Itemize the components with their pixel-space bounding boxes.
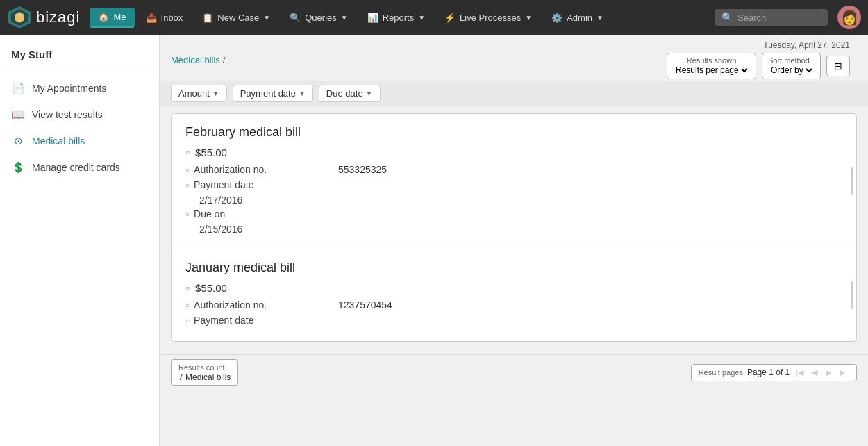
- bill-jan-title: January medical bill: [185, 261, 842, 275]
- nav-item-inbox[interactable]: 📥 Inbox: [137, 8, 192, 27]
- sidebar-item-creditcards[interactable]: 💲 Manage credit cards: [0, 154, 159, 181]
- page-info: Page 1 of 1: [747, 367, 790, 377]
- results-count-value: 7 Medical bills: [178, 372, 231, 382]
- newcase-icon: 📋: [202, 13, 213, 23]
- bill-jan-auth-value: 1237570454: [338, 299, 842, 311]
- sidebar-medicalbills-label: Medical bills: [32, 135, 85, 147]
- appointments-icon: 📄: [11, 82, 25, 94]
- bill-feb-due-value: 2/15/2016: [185, 224, 842, 235]
- admin-icon: ⚙️: [551, 13, 562, 23]
- home-icon: 🏠: [98, 12, 109, 22]
- next-page-button[interactable]: ▶: [824, 367, 833, 378]
- scrollbar-indicator[interactable]: [851, 167, 853, 195]
- avatar-image: 👩: [841, 9, 858, 26]
- search-input[interactable]: [737, 13, 821, 23]
- last-page-button[interactable]: ▶|: [837, 367, 849, 378]
- bill-jan-auth-label: Authorization no.: [185, 299, 338, 311]
- queries-arrow-icon: ▼: [341, 14, 348, 22]
- filter-chip-amount[interactable]: Amount ▼: [171, 85, 227, 102]
- sort-method-label: Sort method: [768, 56, 815, 65]
- inbox-icon: 📥: [146, 13, 157, 23]
- filter-amount-label: Amount: [178, 88, 210, 99]
- filter-chip-duedate[interactable]: Due date ▼: [319, 85, 381, 102]
- bill-feb-auth-label: Authorization no.: [185, 164, 338, 175]
- creditcards-icon: 💲: [11, 161, 25, 174]
- testresults-icon: 📖: [11, 108, 25, 121]
- search-icon: 🔍: [721, 12, 733, 23]
- filters-button[interactable]: ⊟: [826, 56, 850, 76]
- nav-item-me[interactable]: 🏠 Me: [90, 8, 134, 28]
- page-body: My Stuff 📄 My Appointments 📖 View test r…: [0, 35, 868, 446]
- sidebar-item-testresults[interactable]: 📖 View test results: [0, 101, 159, 128]
- newcase-arrow-icon: ▼: [263, 14, 270, 22]
- medicalbills-icon: ⊙: [11, 135, 25, 147]
- nav-admin-label: Admin: [567, 13, 592, 23]
- bill-jan-auth-row: Authorization no. 1237570454: [185, 299, 842, 311]
- sidebar-appointments-label: My Appointments: [32, 83, 106, 94]
- queries-icon: 🔍: [290, 13, 301, 23]
- avatar[interactable]: 👩: [837, 6, 861, 29]
- search-area[interactable]: 🔍: [715, 9, 828, 26]
- nav-queries-label: Queries: [305, 13, 337, 23]
- bill-entry-february: February medical bill $55.00 Authorizati…: [172, 114, 856, 249]
- results-shown-box: Results shown Results per page 10 25 50: [667, 53, 756, 79]
- bill-jan-paydate-row: Payment date: [185, 315, 842, 326]
- sort-order-select[interactable]: Order by Amount Date: [768, 65, 815, 76]
- breadcrumb: Medical bills /: [171, 55, 667, 65]
- breadcrumb-link-medicalbills[interactable]: Medical bills: [171, 55, 220, 65]
- bill-feb-due-row: Due on: [185, 208, 842, 220]
- sidebar-testresults-label: View test results: [32, 109, 103, 120]
- sidebar-creditcards-label: Manage credit cards: [32, 162, 120, 173]
- nav-item-queries[interactable]: 🔍 Queries ▼: [281, 8, 356, 27]
- reports-arrow-icon: ▼: [418, 14, 425, 22]
- results-area: February medical bill $55.00 Authorizati…: [160, 106, 868, 354]
- filter-amount-arrow: ▼: [212, 90, 219, 97]
- bill-entry-january: January medical bill $55.00 Authorizatio…: [172, 249, 856, 341]
- filter-paymentdate-label: Payment date: [240, 88, 296, 99]
- nav-reports-label: Reports: [383, 13, 415, 23]
- nav-me-label: Me: [113, 12, 126, 22]
- bill-feb-paydate-value: 2/17/2016: [185, 195, 842, 206]
- date-label: Tuesday, April 27, 2021: [763, 40, 850, 50]
- sidebar-item-appointments[interactable]: 📄 My Appointments: [0, 75, 159, 101]
- scrollbar-indicator-2[interactable]: [851, 281, 853, 309]
- filter-chip-paymentdate[interactable]: Payment date ▼: [233, 85, 313, 102]
- main-content: Medical bills / Tuesday, April 27, 2021 …: [160, 35, 868, 446]
- bill-feb-auth-value: 553325325: [338, 164, 842, 175]
- bill-feb-due-label: Due on: [185, 208, 338, 220]
- liveprocesses-icon: ⚡: [444, 13, 456, 23]
- filter-paymentdate-arrow: ▼: [299, 90, 306, 97]
- results-per-page-select[interactable]: Results per page 10 25 50: [673, 65, 750, 76]
- reports-icon: 📊: [367, 13, 378, 23]
- bill-jan-amount: $55.00: [185, 282, 842, 294]
- bill-jan-amount-value: $55.00: [195, 282, 227, 294]
- pagination-box: Result pages Page 1 of 1 |◀ ◀ ▶ ▶|: [691, 364, 857, 381]
- nav-liveprocesses-label: Live Processes: [460, 13, 521, 23]
- filters-row: Amount ▼ Payment date ▼ Due date ▼: [160, 81, 868, 106]
- bill-feb-amount-value: $55.00: [195, 147, 227, 158]
- results-card: February medical bill $55.00 Authorizati…: [171, 113, 857, 342]
- logo-text: bizagi: [36, 8, 80, 26]
- filter-icon: ⊟: [834, 60, 842, 72]
- sort-method-box: Sort method Order by Amount Date: [762, 53, 821, 79]
- first-page-button[interactable]: |◀: [794, 367, 806, 378]
- sidebar: My Stuff 📄 My Appointments 📖 View test r…: [0, 35, 160, 446]
- top-navigation: bizagi 🏠 Me 📥 Inbox 📋 New Case ▼ 🔍 Queri…: [0, 0, 868, 35]
- nav-newcase-label: New Case: [217, 13, 259, 23]
- results-shown-label: Results shown: [687, 56, 737, 65]
- admin-arrow-icon: ▼: [596, 14, 603, 22]
- bill-feb-title: February medical bill: [185, 125, 842, 140]
- nav-item-newcase[interactable]: 📋 New Case ▼: [194, 8, 278, 27]
- filter-duedate-arrow: ▼: [366, 90, 373, 97]
- sidebar-item-medicalbills[interactable]: ⊙ Medical bills: [0, 128, 159, 154]
- bizagi-logo-icon: [7, 5, 32, 30]
- nav-item-reports[interactable]: 📊 Reports ▼: [359, 8, 433, 27]
- prev-page-button[interactable]: ◀: [810, 367, 819, 378]
- bottom-bar: Results count 7 Medical bills Result pag…: [160, 354, 868, 390]
- sidebar-title: My Stuff: [0, 46, 159, 69]
- liveprocesses-arrow-icon: ▼: [525, 14, 532, 22]
- nav-inbox-label: Inbox: [161, 13, 183, 23]
- nav-item-liveprocesses[interactable]: ⚡ Live Processes ▼: [436, 8, 540, 27]
- nav-item-admin[interactable]: ⚙️ Admin ▼: [543, 8, 612, 27]
- logo-area: bizagi: [7, 5, 80, 30]
